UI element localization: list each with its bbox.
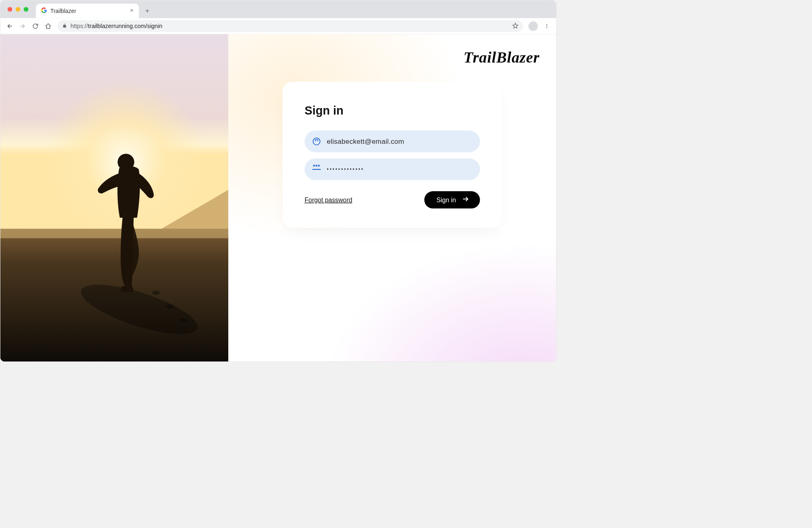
svg-rect-6	[0, 229, 228, 238]
browser-tab[interactable]: Trailblazer	[36, 4, 139, 18]
back-button[interactable]	[4, 20, 15, 31]
tab-title: Trailblazer	[50, 8, 125, 14]
url-text: https://trailblazerrunning.com/signin	[70, 23, 162, 29]
password-field-wrapper[interactable]: ***	[305, 158, 480, 180]
forgot-password-link[interactable]: Forgot password	[305, 196, 352, 204]
svg-point-2	[546, 27, 547, 28]
card-footer: Forgot password Sign in	[305, 191, 480, 208]
window-minimize-button[interactable]	[15, 7, 20, 12]
hero-image	[0, 34, 228, 361]
svg-point-10	[180, 318, 188, 323]
brand-logo: TrailBlazer	[463, 48, 539, 66]
svg-point-1	[546, 26, 547, 26]
window-maximize-button[interactable]	[24, 7, 28, 12]
svg-point-9	[166, 304, 174, 309]
password-input[interactable]	[327, 167, 472, 172]
signin-button-label: Sign in	[436, 196, 456, 204]
tab-favicon	[41, 7, 47, 15]
page-content: TrailBlazer Sign in ***	[0, 34, 556, 361]
svg-point-13	[315, 141, 316, 141]
svg-point-14	[317, 141, 318, 141]
window-controls	[8, 7, 28, 12]
signin-panel: TrailBlazer Sign in ***	[228, 34, 556, 361]
tab-close-button[interactable]	[128, 7, 135, 15]
window-close-button[interactable]	[8, 7, 13, 12]
svg-point-8	[152, 290, 160, 295]
kebab-menu-button[interactable]	[541, 20, 552, 31]
bookmark-star-icon[interactable]	[512, 22, 518, 30]
svg-point-0	[546, 24, 547, 25]
browser-toolbar: https://trailblazerrunning.com/signin	[0, 18, 556, 35]
tab-strip: Trailblazer	[0, 0, 556, 18]
address-bar[interactable]: https://trailblazerrunning.com/signin	[58, 20, 523, 32]
email-field-wrapper[interactable]	[305, 130, 480, 152]
signin-button[interactable]: Sign in	[424, 191, 480, 208]
new-tab-button[interactable]	[142, 5, 153, 16]
user-avatar-icon	[312, 137, 321, 146]
signin-card: Sign in *** Forgot password	[282, 82, 502, 228]
forward-button[interactable]	[17, 20, 28, 31]
svg-point-12	[313, 138, 320, 145]
lock-icon	[62, 23, 67, 29]
reload-button[interactable]	[30, 20, 41, 31]
home-button[interactable]	[43, 20, 54, 31]
profile-avatar[interactable]	[528, 21, 538, 30]
browser-window: Trailblazer https://trailblazerrun	[0, 0, 556, 362]
email-input[interactable]	[327, 137, 472, 145]
signin-heading: Sign in	[305, 104, 480, 117]
arrow-right-icon	[462, 195, 470, 204]
password-dots-icon: ***	[312, 165, 321, 173]
